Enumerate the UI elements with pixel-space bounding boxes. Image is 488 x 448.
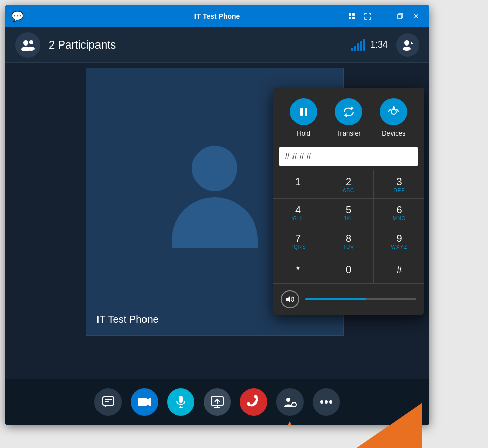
key-5[interactable]: 5 JKL	[323, 199, 374, 227]
volume-slider[interactable]	[305, 298, 416, 300]
mic-button[interactable]	[167, 388, 194, 416]
key-8[interactable]: 8 TUV	[323, 227, 374, 255]
minimize-button[interactable]: —	[377, 9, 391, 23]
dialpad-input[interactable]	[279, 147, 418, 166]
svg-point-9	[404, 40, 409, 46]
orange-decoration	[357, 402, 422, 448]
restore-button[interactable]	[393, 9, 407, 23]
app-window: 💬 IT Test Phone —	[5, 5, 429, 425]
header-bar: 2 Participants 1:34	[5, 27, 429, 63]
signal-bars	[351, 39, 365, 51]
screen-share-button[interactable]	[204, 388, 231, 416]
call-timer: 1:34	[370, 39, 388, 50]
window-title: IT Test Phone	[194, 12, 240, 20]
svg-rect-1	[352, 13, 355, 16]
volume-button[interactable]	[281, 290, 299, 308]
dialpad-grid: 1 2 ABC 3 DEF 4 GHI 5 JKL	[273, 170, 424, 284]
svg-point-8	[28, 47, 35, 51]
dialpad-overlay: Hold Transfer	[273, 88, 424, 315]
participants-label: 2 Participants	[48, 38, 351, 52]
avatar-head	[192, 146, 237, 191]
skype-button[interactable]	[345, 9, 359, 23]
key-1[interactable]: 1	[273, 170, 323, 199]
person-gear-wrapper: ▲	[276, 388, 304, 416]
transfer-button[interactable]: Transfer	[335, 98, 362, 137]
svg-rect-22	[138, 398, 147, 406]
svg-point-15	[391, 109, 396, 114]
key-0[interactable]: 0	[323, 255, 374, 284]
key-9[interactable]: 9 WXYZ	[374, 227, 424, 255]
svg-marker-17	[286, 296, 290, 303]
svg-point-40	[325, 400, 328, 404]
title-bar-controls: — ✕	[345, 9, 423, 23]
svg-rect-2	[349, 17, 351, 19]
video-button[interactable]	[131, 388, 158, 416]
title-bar: 💬 IT Test Phone —	[5, 5, 429, 27]
svg-point-5	[23, 40, 28, 46]
devices-icon-circle	[380, 98, 407, 125]
svg-point-7	[29, 40, 33, 44]
key-hash[interactable]: #	[374, 255, 424, 284]
hold-label: Hold	[297, 129, 310, 137]
close-button[interactable]: ✕	[409, 9, 423, 23]
cursor-indicator: ▲	[284, 419, 296, 425]
person-gear-button[interactable]	[276, 388, 304, 416]
hold-icon-circle	[290, 98, 317, 125]
key-7[interactable]: 7 PQRS	[273, 227, 323, 255]
svg-rect-18	[103, 397, 114, 405]
key-3[interactable]: 3 DEF	[374, 170, 424, 199]
avatar-body	[172, 197, 258, 248]
skype-icon: 💬	[11, 10, 24, 22]
avatar-container	[172, 146, 258, 248]
add-participant-button[interactable]	[396, 33, 419, 57]
devices-label: Devices	[382, 129, 405, 137]
volume-control	[273, 284, 424, 315]
key-6[interactable]: 6 MNO	[374, 199, 424, 227]
hold-button[interactable]: Hold	[290, 98, 317, 137]
svg-rect-13	[300, 108, 303, 116]
svg-rect-0	[349, 13, 351, 16]
title-bar-left: 💬	[11, 10, 24, 22]
main-content: IT Test Phone Hold	[5, 63, 429, 379]
svg-point-33	[286, 398, 290, 402]
key-star[interactable]: *	[273, 255, 323, 284]
key-4[interactable]: 4 GHI	[273, 199, 323, 227]
svg-point-41	[329, 400, 332, 404]
svg-marker-23	[147, 398, 151, 406]
participants-icon	[15, 32, 40, 58]
key-2[interactable]: 2 ABC	[323, 170, 374, 199]
svg-rect-14	[305, 108, 307, 116]
svg-rect-3	[352, 17, 355, 19]
more-options-button[interactable]	[313, 388, 340, 416]
chat-button[interactable]	[94, 388, 122, 416]
svg-point-16	[393, 106, 395, 108]
svg-marker-21	[105, 405, 107, 407]
transfer-label: Transfer	[336, 129, 361, 137]
hangup-button[interactable]	[234, 383, 273, 421]
svg-point-34	[292, 402, 296, 407]
svg-point-39	[320, 400, 323, 404]
svg-rect-24	[179, 396, 183, 403]
devices-button[interactable]: Devices	[380, 98, 407, 137]
volume-fill	[305, 298, 366, 300]
dialpad-top-buttons: Hold Transfer	[273, 88, 424, 143]
fullscreen-button[interactable]	[361, 9, 375, 23]
transfer-icon-circle	[335, 98, 362, 125]
call-name-overlay: IT Test Phone	[96, 313, 159, 325]
svg-rect-4	[398, 15, 402, 19]
svg-point-10	[403, 47, 411, 51]
